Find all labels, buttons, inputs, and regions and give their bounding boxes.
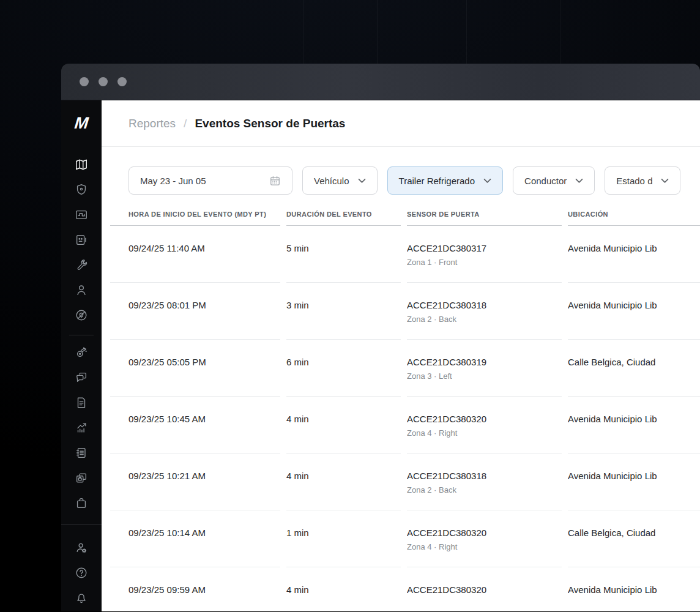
sidebar-item-map[interactable] — [61, 153, 102, 178]
calendar-icon — [269, 175, 281, 187]
event-location[interactable]: Calle Belgica, Ciudad — [568, 528, 690, 538]
chevron-down-icon — [483, 178, 491, 184]
col-header-door-sensor[interactable]: SENSOR DE PUERTA — [407, 202, 568, 226]
col-header-location[interactable]: UBICACIÓN — [568, 202, 700, 226]
event-duration: 4 min — [286, 584, 397, 595]
door-sensor-id[interactable]: ACCE21DC380317 — [407, 243, 558, 253]
sidebar-item-hos-logs[interactable] — [61, 203, 102, 228]
col-header-event-duration[interactable]: DURACIÓN DEL EVENTO — [286, 202, 407, 226]
table-row[interactable]: 09/23/25 10:21 AM 4 min ACCE21DC380318 Z… — [110, 453, 700, 510]
col-header-event-start[interactable]: HORA DE INICIO DEL EVENTO (MDY PT) — [110, 202, 286, 226]
help-icon — [75, 566, 88, 582]
breadcrumb-reportes[interactable]: Reportes — [128, 117, 176, 130]
event-duration: 6 min — [286, 357, 397, 367]
date-range-value: May 23 - Jun 05 — [140, 176, 206, 186]
door-sensor-id[interactable]: ACCE21DC380318 — [407, 471, 558, 481]
filter-dropdown[interactable]: Estado d — [605, 166, 680, 195]
sidebar-item-documents[interactable] — [61, 391, 102, 416]
door-sensor-id[interactable]: ACCE21DC380320 — [407, 414, 558, 424]
sidebar-item-notifications[interactable] — [61, 586, 102, 611]
filter-dropdown[interactable]: Trailer Refrigerado — [387, 166, 504, 195]
table-row[interactable]: 09/23/25 09:59 AM 4 min ACCE21DC380320 A… — [110, 567, 700, 611]
date-range-picker[interactable]: May 23 - Jun 05 — [128, 166, 292, 195]
eld-device-icon — [75, 233, 88, 249]
sidebar-item-fuel-cards[interactable] — [61, 466, 102, 491]
event-location[interactable]: Avenida Municipio Lib — [568, 584, 690, 595]
sidebar-item-admin[interactable] — [61, 536, 102, 561]
door-sensor-id[interactable]: ACCE21DC380318 — [407, 300, 558, 310]
event-location[interactable]: Calle Belgica, Ciudad — [568, 357, 690, 367]
dispatch-compass-icon — [75, 308, 88, 324]
sidebar-item-eld[interactable] — [61, 228, 102, 253]
filter-dropdown-label: Vehículo — [314, 176, 349, 186]
person-icon — [75, 283, 88, 299]
door-sensor-zone: Zona 4 · Right — [407, 428, 558, 438]
whistle-icon — [75, 346, 88, 362]
cards-icon — [75, 471, 88, 487]
browser-window: M — [61, 64, 700, 612]
event-duration: 4 min — [286, 471, 397, 481]
door-sensor-zone: Zona 2 · Back — [407, 315, 558, 324]
filter-dropdown-label: Conductor — [524, 176, 567, 186]
sidebar: M — [61, 100, 102, 611]
table-row[interactable]: 09/23/25 10:45 AM 4 min ACCE21DC380320 Z… — [110, 397, 700, 453]
table-row[interactable]: 09/24/25 11:40 AM 5 min ACCE21DC380317 Z… — [110, 226, 700, 283]
door-sensor-id[interactable]: ACCE21DC380319 — [407, 357, 558, 367]
chevron-down-icon — [575, 178, 583, 184]
door-sensor-zone: Zona 1 · Front — [407, 258, 558, 267]
motive-logo[interactable]: M — [74, 114, 89, 133]
event-duration: 5 min — [286, 243, 397, 253]
filter-dropdown-label: Trailer Refrigerado — [399, 176, 475, 186]
sidebar-item-messages[interactable] — [61, 366, 102, 391]
door-sensor-zone: Zona 3 · Left — [407, 371, 558, 381]
sidebar-item-marketplace[interactable] — [61, 491, 102, 517]
document-icon — [75, 396, 88, 412]
logbook-icon — [75, 446, 88, 462]
filter-dropdown[interactable]: Conductor — [513, 166, 595, 195]
person-gear-icon — [75, 541, 88, 557]
event-start-time: 09/24/25 11:40 AM — [128, 243, 277, 253]
table-row[interactable]: 09/23/25 05:05 PM 6 min ACCE21DC380319 Z… — [110, 340, 700, 397]
sidebar-item-reports[interactable] — [61, 416, 102, 441]
chart-trend-icon — [75, 421, 88, 437]
event-location[interactable]: Avenida Municipio Lib — [568, 471, 690, 481]
sidebar-item-help[interactable] — [61, 561, 102, 586]
filter-dropdown[interactable]: Vehículo — [302, 166, 378, 195]
event-duration: 3 min — [286, 300, 397, 310]
main-content: Reportes / Eventos Sensor de Puertas May… — [102, 100, 700, 611]
filter-dropdown-label: Estado d — [616, 176, 652, 186]
sidebar-item-coaching[interactable] — [61, 341, 102, 366]
events-table: HORA DE INICIO DEL EVENTO (MDY PT) DURAC… — [110, 195, 700, 611]
event-start-time: 09/23/25 09:59 AM — [128, 584, 277, 595]
window-dot[interactable] — [99, 77, 108, 86]
breadcrumb: Reportes / Eventos Sensor de Puertas — [102, 100, 700, 147]
door-sensor-id[interactable]: ACCE21DC380320 — [407, 584, 558, 595]
window-titlebar — [61, 64, 700, 100]
table-row[interactable]: 09/23/25 10:14 AM 1 min ACCE21DC380320 Z… — [110, 510, 700, 567]
table-row[interactable]: 09/23/25 08:01 PM 3 min ACCE21DC380318 Z… — [110, 283, 700, 340]
shopping-bag-icon — [75, 496, 88, 512]
event-start-time: 09/23/25 10:21 AM — [128, 471, 277, 481]
sidebar-item-safety[interactable] — [61, 178, 102, 203]
window-dot[interactable] — [117, 77, 127, 86]
breadcrumb-separator: / — [184, 117, 187, 130]
chevron-down-icon — [661, 178, 669, 184]
sidebar-item-drivers[interactable] — [61, 278, 102, 304]
event-start-time: 09/23/25 05:05 PM — [128, 357, 277, 367]
door-sensor-id[interactable]: ACCE21DC380320 — [407, 528, 558, 538]
sidebar-item-logbook[interactable] — [61, 441, 102, 466]
wrench-icon — [75, 258, 88, 274]
event-location[interactable]: Avenida Municipio Lib — [568, 414, 690, 424]
window-dot[interactable] — [80, 77, 89, 86]
page-title: Eventos Sensor de Puertas — [195, 117, 345, 130]
window-controls[interactable] — [80, 77, 127, 86]
chevron-down-icon — [358, 178, 366, 184]
event-location[interactable]: Avenida Municipio Lib — [568, 243, 690, 253]
sidebar-nav — [61, 153, 102, 517]
sidebar-item-dispatch[interactable] — [61, 304, 102, 329]
door-sensor-zone: Zona 2 · Back — [407, 485, 558, 494]
shield-icon — [75, 183, 88, 199]
map-icon — [75, 158, 88, 174]
sidebar-item-maintenance[interactable] — [61, 253, 102, 278]
event-location[interactable]: Avenida Municipio Lib — [568, 300, 690, 310]
